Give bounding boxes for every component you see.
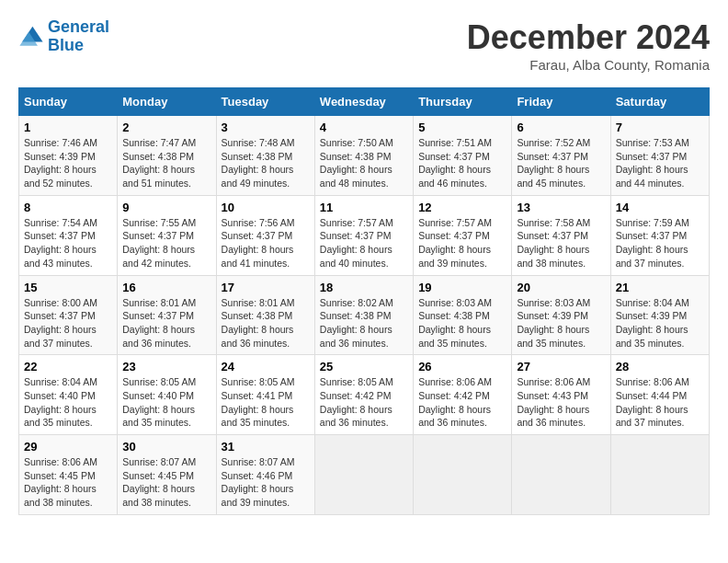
daylight-label: Daylight: 8 hours and 44 minutes. — [616, 164, 688, 189]
logo: General Blue — [18, 18, 109, 55]
sunset-label: Sunset: 4:37 PM — [616, 230, 688, 241]
day-number: 6 — [517, 121, 605, 134]
calendar-cell: 22 Sunrise: 8:04 AM Sunset: 4:40 PM Dayl… — [19, 355, 118, 435]
day-info: Sunrise: 7:54 AM Sunset: 4:37 PM Dayligh… — [24, 216, 112, 270]
calendar-cell: 11 Sunrise: 7:57 AM Sunset: 4:37 PM Dayl… — [314, 195, 413, 275]
day-info: Sunrise: 7:59 AM Sunset: 4:37 PM Dayligh… — [616, 216, 704, 270]
day-info: Sunrise: 8:07 AM Sunset: 4:45 PM Dayligh… — [122, 455, 210, 510]
calendar-cell: 2 Sunrise: 7:47 AM Sunset: 4:38 PM Dayli… — [118, 116, 216, 196]
calendar-cell: 24 Sunrise: 8:05 AM Sunset: 4:41 PM Dayl… — [216, 355, 314, 435]
calendar-cell: 10 Sunrise: 7:56 AM Sunset: 4:37 PM Dayl… — [216, 195, 314, 275]
day-number: 8 — [24, 201, 112, 214]
calendar-cell: 14 Sunrise: 7:59 AM Sunset: 4:37 PM Dayl… — [610, 195, 709, 275]
sunset-label: Sunset: 4:46 PM — [222, 470, 293, 481]
day-number: 27 — [517, 360, 605, 373]
sunset-label: Sunset: 4:37 PM — [24, 310, 96, 321]
day-info: Sunrise: 7:57 AM Sunset: 4:37 PM Dayligh… — [320, 216, 408, 270]
sunset-label: Sunset: 4:37 PM — [418, 230, 490, 241]
day-info: Sunrise: 8:06 AM Sunset: 4:45 PM Dayligh… — [24, 455, 112, 510]
sunrise-label: Sunrise: 8:01 AM — [222, 297, 295, 308]
sunset-label: Sunset: 4:37 PM — [517, 230, 588, 241]
daylight-label: Daylight: 8 hours and 38 minutes. — [24, 483, 97, 508]
calendar-cell: 9 Sunrise: 7:55 AM Sunset: 4:37 PM Dayli… — [118, 195, 216, 275]
daylight-label: Daylight: 8 hours and 37 minutes. — [24, 324, 97, 349]
day-info: Sunrise: 7:55 AM Sunset: 4:37 PM Dayligh… — [122, 216, 210, 270]
calendar-cell: 25 Sunrise: 8:05 AM Sunset: 4:42 PM Dayl… — [314, 355, 413, 435]
calendar-cell — [610, 435, 709, 515]
calendar-cell: 26 Sunrise: 8:06 AM Sunset: 4:42 PM Dayl… — [414, 355, 512, 435]
day-number: 17 — [222, 281, 310, 294]
sunrise-label: Sunrise: 7:47 AM — [122, 137, 196, 148]
day-number: 12 — [418, 201, 506, 214]
sunset-label: Sunset: 4:42 PM — [320, 390, 392, 401]
sunrise-label: Sunrise: 8:06 AM — [24, 456, 97, 467]
week-row: 22 Sunrise: 8:04 AM Sunset: 4:40 PM Dayl… — [19, 355, 710, 435]
calendar-cell: 30 Sunrise: 8:07 AM Sunset: 4:45 PM Dayl… — [118, 435, 216, 515]
daylight-label: Daylight: 8 hours and 46 minutes. — [418, 164, 491, 189]
sunrise-label: Sunrise: 8:05 AM — [222, 376, 295, 387]
calendar-cell — [314, 435, 413, 515]
calendar-cell: 21 Sunrise: 8:04 AM Sunset: 4:39 PM Dayl… — [610, 275, 709, 355]
column-header-tuesday: Tuesday — [216, 88, 314, 116]
daylight-label: Daylight: 8 hours and 38 minutes. — [122, 483, 195, 508]
day-info: Sunrise: 7:56 AM Sunset: 4:37 PM Dayligh… — [222, 216, 310, 270]
sunrise-label: Sunrise: 7:46 AM — [24, 137, 97, 148]
day-info: Sunrise: 8:06 AM Sunset: 4:44 PM Dayligh… — [616, 375, 704, 430]
column-header-saturday: Saturday — [610, 88, 709, 116]
sunrise-label: Sunrise: 8:06 AM — [517, 376, 590, 387]
daylight-label: Daylight: 8 hours and 36 minutes. — [122, 324, 195, 349]
day-info: Sunrise: 7:47 AM Sunset: 4:38 PM Dayligh… — [122, 136, 210, 190]
sunrise-label: Sunrise: 7:53 AM — [616, 137, 689, 148]
day-number: 16 — [122, 281, 210, 294]
daylight-label: Daylight: 8 hours and 40 minutes. — [320, 244, 392, 269]
day-info: Sunrise: 7:51 AM Sunset: 4:37 PM Dayligh… — [418, 136, 506, 190]
daylight-label: Daylight: 8 hours and 35 minutes. — [616, 324, 688, 349]
day-number: 26 — [418, 360, 506, 373]
column-header-monday: Monday — [118, 88, 216, 116]
calendar-cell: 28 Sunrise: 8:06 AM Sunset: 4:44 PM Dayl… — [610, 355, 709, 435]
sunrise-label: Sunrise: 8:05 AM — [320, 376, 393, 387]
calendar-cell: 19 Sunrise: 8:03 AM Sunset: 4:38 PM Dayl… — [414, 275, 512, 355]
calendar-cell: 7 Sunrise: 7:53 AM Sunset: 4:37 PM Dayli… — [610, 116, 709, 196]
sunrise-label: Sunrise: 8:06 AM — [418, 376, 492, 387]
daylight-label: Daylight: 8 hours and 39 minutes. — [418, 244, 491, 269]
sunset-label: Sunset: 4:40 PM — [24, 390, 96, 401]
sunrise-label: Sunrise: 8:05 AM — [122, 376, 196, 387]
day-info: Sunrise: 8:04 AM Sunset: 4:40 PM Dayligh… — [24, 375, 112, 430]
calendar-cell: 15 Sunrise: 8:00 AM Sunset: 4:37 PM Dayl… — [19, 275, 118, 355]
calendar-cell: 16 Sunrise: 8:01 AM Sunset: 4:37 PM Dayl… — [118, 275, 216, 355]
sunrise-label: Sunrise: 7:51 AM — [418, 137, 492, 148]
calendar-cell: 20 Sunrise: 8:03 AM Sunset: 4:39 PM Dayl… — [512, 275, 610, 355]
calendar-cell: 29 Sunrise: 8:06 AM Sunset: 4:45 PM Dayl… — [19, 435, 118, 515]
sunrise-label: Sunrise: 8:06 AM — [616, 376, 689, 387]
sunset-label: Sunset: 4:37 PM — [24, 230, 96, 241]
calendar-cell: 18 Sunrise: 8:02 AM Sunset: 4:38 PM Dayl… — [314, 275, 413, 355]
page-header: General Blue December 2024 Farau, Alba C… — [18, 18, 710, 73]
calendar-cell — [512, 435, 610, 515]
daylight-label: Daylight: 8 hours and 45 minutes. — [517, 164, 589, 189]
sunset-label: Sunset: 4:37 PM — [320, 230, 392, 241]
sunset-label: Sunset: 4:43 PM — [517, 390, 588, 401]
sunrise-label: Sunrise: 8:01 AM — [122, 297, 196, 308]
sunset-label: Sunset: 4:39 PM — [24, 151, 96, 162]
sunrise-label: Sunrise: 7:55 AM — [122, 217, 196, 228]
day-info: Sunrise: 8:03 AM Sunset: 4:39 PM Dayligh… — [517, 296, 605, 350]
daylight-label: Daylight: 8 hours and 41 minutes. — [222, 244, 294, 269]
daylight-label: Daylight: 8 hours and 43 minutes. — [24, 244, 97, 269]
sunset-label: Sunset: 4:38 PM — [222, 310, 293, 321]
calendar-cell: 31 Sunrise: 8:07 AM Sunset: 4:46 PM Dayl… — [216, 435, 314, 515]
column-header-friday: Friday — [512, 88, 610, 116]
day-info: Sunrise: 7:53 AM Sunset: 4:37 PM Dayligh… — [616, 136, 704, 190]
month-title: December 2024 — [467, 18, 710, 57]
week-row: 8 Sunrise: 7:54 AM Sunset: 4:37 PM Dayli… — [19, 195, 710, 275]
calendar-cell: 5 Sunrise: 7:51 AM Sunset: 4:37 PM Dayli… — [414, 116, 512, 196]
sunset-label: Sunset: 4:38 PM — [320, 310, 392, 321]
sunrise-label: Sunrise: 7:58 AM — [517, 217, 590, 228]
daylight-label: Daylight: 8 hours and 52 minutes. — [24, 164, 97, 189]
day-number: 20 — [517, 281, 605, 294]
day-info: Sunrise: 8:05 AM Sunset: 4:41 PM Dayligh… — [222, 375, 310, 430]
sunset-label: Sunset: 4:45 PM — [24, 470, 96, 481]
daylight-label: Daylight: 8 hours and 36 minutes. — [320, 404, 392, 429]
sunrise-label: Sunrise: 8:04 AM — [616, 297, 689, 308]
column-header-wednesday: Wednesday — [314, 88, 413, 116]
